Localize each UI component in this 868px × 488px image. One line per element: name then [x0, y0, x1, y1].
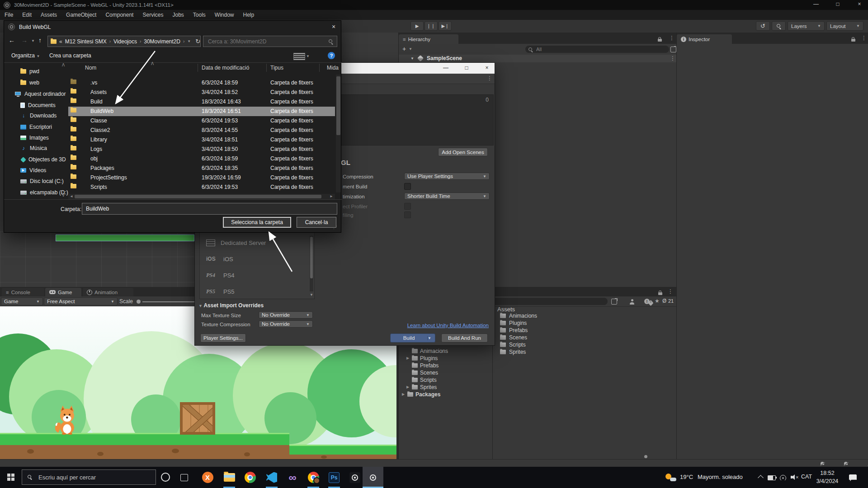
- file-row-scripts[interactable]: Scripts6/3/2024 19:53Carpeta de fitxers: [68, 183, 335, 192]
- sidebar-item-escriptori[interactable]: Escriptori: [20, 122, 52, 132]
- project-folder-scenes[interactable]: Scenes: [509, 334, 527, 341]
- clock[interactable]: 18:52 3/4/2024: [813, 469, 842, 486]
- sidebar-item-m-sica[interactable]: ♪Música: [20, 143, 47, 153]
- hscroll-right-icon[interactable]: ►: [330, 194, 333, 198]
- player-settings-button[interactable]: Player Settings...: [200, 333, 246, 343]
- asset-import-header[interactable]: ▼ Asset Import Overrides: [198, 302, 264, 309]
- bs-option-dropdown-timization[interactable]: Shorter Build Time▼: [404, 192, 490, 200]
- file-row-classe2[interactable]: Classe28/3/2024 14:55Carpeta de fitxers: [68, 126, 335, 135]
- dialog-search-input[interactable]: [207, 38, 328, 45]
- file-hscroll-thumb[interactable]: [75, 195, 321, 198]
- recent-caret-icon[interactable]: ▼: [31, 39, 35, 43]
- assets-header[interactable]: Assets: [497, 306, 515, 313]
- inspector-kebab-icon[interactable]: ⋮: [861, 35, 867, 41]
- platform-scrollbar-thumb[interactable]: [310, 237, 313, 278]
- taskbar-app-chrome[interactable]: [240, 467, 260, 488]
- build-automation-link[interactable]: Learn about Unity Build Automation: [407, 323, 489, 328]
- column-header-data[interactable]: Data de modificació: [202, 65, 249, 71]
- forward-icon[interactable]: →: [21, 37, 28, 44]
- sidebar-item-downloads[interactable]: ↓Downloads: [20, 111, 57, 121]
- menu-window[interactable]: Window: [210, 10, 239, 20]
- tree-item-plugins[interactable]: Plugins: [420, 355, 438, 361]
- inspector-lock-icon[interactable]: [851, 39, 855, 42]
- tree-arrow-icon[interactable]: ▶: [406, 356, 409, 360]
- select-folder-button[interactable]: Selecciona la carpeta: [223, 217, 291, 228]
- notification-center-icon[interactable]: [849, 474, 857, 481]
- weather-temp[interactable]: 19°C: [680, 474, 693, 480]
- dialog-close-icon[interactable]: ×: [332, 23, 335, 30]
- texture-compression-dropdown[interactable]: No Override▼: [259, 320, 313, 328]
- project-folder-animacions[interactable]: Animacions: [509, 313, 537, 319]
- menu-services[interactable]: Services: [138, 10, 168, 20]
- bs-maximize-icon[interactable]: □: [462, 65, 471, 71]
- bs-close-icon[interactable]: ×: [482, 65, 491, 71]
- menu-edit[interactable]: Edit: [18, 10, 36, 20]
- tab-game[interactable]: Game: [45, 288, 81, 296]
- sidebar-item-documents[interactable]: Documents: [20, 100, 56, 110]
- column-header-mida[interactable]: Mida: [327, 65, 339, 71]
- weather-description[interactable]: Mayorm. soleado: [698, 474, 743, 480]
- address-bar[interactable]: «M12 Sintesi SMX›Videojocs›30Moviment2D›…: [47, 36, 201, 47]
- bs-option-checkbox-ect-profiler[interactable]: [404, 203, 411, 210]
- file-vscrollbar[interactable]: [336, 75, 341, 192]
- build-options-caret-icon[interactable]: ▼: [427, 336, 435, 340]
- global-search-icon[interactable]: [772, 21, 786, 31]
- display-dropdown[interactable]: Game▼: [1, 297, 43, 305]
- max-texture-size-dropdown[interactable]: No Override▼: [259, 311, 313, 319]
- platform-ios[interactable]: iOSiOS: [206, 254, 306, 263]
- tree-item-animacions[interactable]: Animacions: [420, 348, 448, 354]
- menu-help[interactable]: Help: [239, 10, 259, 20]
- window-maximize-icon[interactable]: □: [831, 1, 844, 7]
- weather-icon[interactable]: [665, 474, 676, 481]
- sidebar-item-elcampalab-d[interactable]: elcampalab (D:): [20, 188, 68, 197]
- file-row-build[interactable]: Build18/3/2024 16:43Carpeta de fitxers: [68, 97, 335, 107]
- tree-arrow-icon[interactable]: ▶: [402, 392, 405, 396]
- add-open-scenes-button[interactable]: Add Open Scenes: [438, 148, 488, 156]
- layout-dropdown[interactable]: Layout▼: [826, 21, 863, 31]
- sidebar-item-objectes-de-3d[interactable]: Objectes de 3D: [20, 155, 66, 164]
- address-caret-icon[interactable]: ▼: [187, 39, 191, 43]
- notifications-muted-icon[interactable]: [844, 462, 849, 466]
- file-row-logs[interactable]: Logs3/4/2024 18:50Carpeta de fitxers: [68, 145, 335, 154]
- pause-button[interactable]: ❘❘: [425, 21, 438, 31]
- resize-grip[interactable]: ⋰: [333, 225, 338, 230]
- undo-history-icon[interactable]: ↺: [756, 21, 770, 31]
- hidden-eye-icon[interactable]: Ø: [662, 298, 666, 304]
- file-hscrollbar[interactable]: ◄ ►: [68, 194, 335, 199]
- sidebar-item-disc-local-c[interactable]: Disc local (C:): [20, 176, 64, 186]
- platform-ps5[interactable]: PS5PS5: [206, 287, 306, 296]
- file-row-vs[interactable]: .vs6/3/2024 18:59Carpeta de fitxers: [68, 78, 335, 88]
- taskbar-search[interactable]: [22, 469, 156, 485]
- sidebar-item-pwd[interactable]: pwd: [20, 66, 39, 76]
- taskbar-app-vscode[interactable]: [261, 467, 282, 488]
- bs-option-checkbox-ment-build[interactable]: [404, 183, 411, 190]
- sidebar-item-v-deos[interactable]: Vídeos: [20, 165, 46, 175]
- project-folder-sprites[interactable]: Sprites: [509, 349, 526, 355]
- taskbar-app-photoshop[interactable]: Ps: [324, 467, 344, 488]
- bs-kebab-icon[interactable]: ⋮: [487, 75, 492, 81]
- file-row-library[interactable]: Library3/4/2024 18:51Carpeta de fitxers: [68, 135, 335, 145]
- tab-inspector[interactable]: i Inspector: [677, 34, 732, 44]
- favorites-star-icon[interactable]: ★: [655, 298, 660, 304]
- taskbar-app-unity-editor[interactable]: [363, 467, 383, 488]
- file-row-projectsettings[interactable]: ProjectSettings19/3/2024 16:59Carpeta de…: [68, 173, 335, 183]
- sidebar-item-aquest-ordinador[interactable]: Aquest ordinador: [15, 89, 66, 99]
- build-and-run-button[interactable]: Build And Run: [441, 333, 488, 343]
- taskbar-app-visual-studio[interactable]: ∞: [282, 467, 303, 488]
- taskbar-app-file-explorer[interactable]: [219, 467, 240, 488]
- menu-file[interactable]: File: [0, 10, 18, 20]
- volume-muted-icon[interactable]: ×: [791, 474, 799, 480]
- platform-dedicated-server[interactable]: Dedicated Server: [206, 238, 306, 247]
- kebab-menu-icon[interactable]: ⋮: [669, 35, 675, 41]
- open-new-window-icon[interactable]: [670, 47, 676, 52]
- cortana-icon[interactable]: [161, 473, 170, 482]
- window-close-icon[interactable]: ×: [853, 1, 866, 7]
- tree-item-sprites[interactable]: Sprites: [420, 384, 437, 390]
- tree-item-prefabs[interactable]: Prefabs: [420, 362, 439, 369]
- dialog-search-box[interactable]: [203, 36, 337, 47]
- breadcrumb[interactable]: «M12 Sintesi SMX›Videojocs›30Moviment2D›: [59, 38, 187, 45]
- organize-menu[interactable]: Organitza ▼: [11, 52, 40, 59]
- bs-option-dropdown-compression[interactable]: Use Player Settings▼: [404, 173, 490, 180]
- add-object-caret-icon[interactable]: ▼: [409, 47, 412, 51]
- wifi-icon[interactable]: [780, 475, 787, 480]
